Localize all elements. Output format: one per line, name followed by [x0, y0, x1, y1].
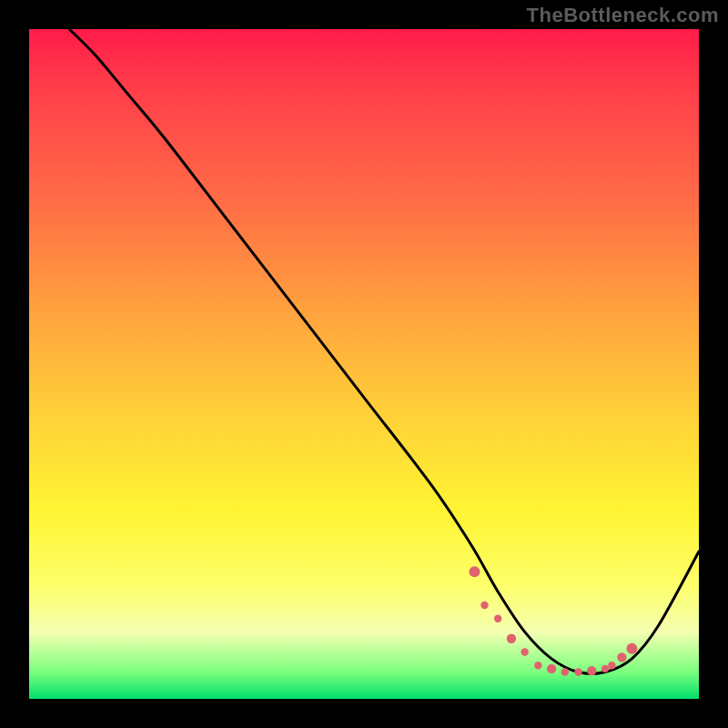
valley-marker: [534, 662, 541, 669]
valley-marker: [608, 662, 615, 669]
valley-marker: [469, 566, 480, 577]
valley-marker: [561, 668, 569, 675]
plot-area: [29, 29, 699, 699]
watermark-text: TheBottleneck.com: [527, 4, 719, 27]
valley-marker: [494, 614, 501, 622]
valley-marker: [480, 602, 488, 609]
valley-marker: [626, 643, 637, 654]
chart-frame: TheBottleneck.com: [0, 0, 728, 728]
valley-marker: [602, 665, 609, 672]
valley-marker: [574, 668, 581, 675]
valley-marker: [587, 666, 596, 675]
valley-marker: [617, 652, 626, 662]
valley-marker: [521, 648, 528, 655]
valley-marker: [547, 664, 556, 673]
bottleneck-curve: [69, 29, 699, 673]
curve-layer: [29, 29, 699, 699]
valley-marker: [507, 634, 516, 643]
